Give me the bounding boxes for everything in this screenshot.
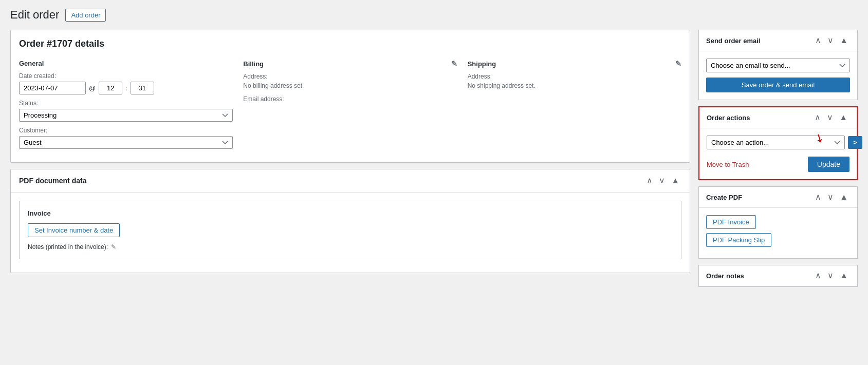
billing-address-label: Address:: [243, 73, 457, 80]
send-email-min-btn[interactable]: ▲: [838, 35, 850, 46]
shipping-address-value: No shipping address set.: [468, 82, 681, 89]
customer-select[interactable]: Guest: [19, 136, 233, 149]
pdf-document-data-title: PDF document data: [19, 177, 86, 185]
order-actions-select[interactable]: Choose an action... Email invoice / orde…: [707, 136, 845, 149]
pdf-packing-slip-button[interactable]: PDF Packing Slip: [706, 233, 771, 247]
send-order-email-body: Choose an email to send... Save order & …: [699, 51, 857, 100]
create-pdf-controls: ∧ ∨ ▲: [813, 192, 850, 202]
notes-row: Notes (printed in the invoice): ✎: [28, 243, 673, 251]
main-content: Order #1707 details General Date created…: [10, 30, 690, 273]
pdf-collapse-down-button[interactable]: ∨: [657, 176, 667, 186]
order-notes-up-btn[interactable]: ∧: [813, 271, 823, 281]
order-actions-title: Order actions: [707, 114, 750, 122]
status-select[interactable]: Processing Pending payment On hold Compl…: [19, 109, 233, 122]
order-notes-min-btn[interactable]: ▲: [838, 271, 850, 281]
general-section: General Date created: @ : Status:: [19, 60, 233, 154]
send-order-email-title: Send order email: [706, 37, 760, 45]
order-details-grid: General Date created: @ : Status:: [19, 60, 681, 154]
pdf-collapse-min-button[interactable]: ▲: [669, 176, 681, 186]
move-to-trash-link[interactable]: Move to Trash: [707, 161, 749, 168]
create-pdf-down-btn[interactable]: ∨: [825, 192, 836, 202]
order-notes-down-btn[interactable]: ∨: [825, 271, 836, 281]
order-action-go-button[interactable]: >: [848, 136, 862, 149]
time-hour-input[interactable]: [99, 82, 122, 94]
invoice-title: Invoice: [28, 209, 673, 217]
status-label: Status:: [19, 100, 233, 107]
billing-section: Billing ✎ Address: No billing address se…: [243, 60, 457, 154]
order-actions-min-btn[interactable]: ▲: [837, 112, 849, 123]
date-label: Date created:: [19, 72, 233, 80]
sidebar: Send order email ∧ ∨ ▲ Choose an email t…: [698, 30, 858, 293]
send-order-email-header: Send order email ∧ ∨ ▲: [699, 30, 857, 51]
create-pdf-body: PDF Invoice PDF Packing Slip: [699, 208, 857, 258]
create-pdf-title: Create PDF: [706, 194, 742, 201]
send-email-down-btn[interactable]: ∨: [825, 35, 836, 46]
send-email-select-wrap: Choose an email to send...: [706, 59, 850, 72]
send-order-email-card: Send order email ∧ ∨ ▲ Choose an email t…: [698, 30, 858, 100]
notes-label: Notes (printed in the invoice):: [28, 243, 108, 251]
status-wrapper: Processing Pending payment On hold Compl…: [19, 109, 233, 122]
send-email-controls: ∧ ∨ ▲: [813, 35, 850, 46]
update-button[interactable]: Update: [808, 157, 849, 172]
shipping-section: Shipping ✎ Address: No shipping address …: [468, 60, 681, 154]
billing-edit-icon[interactable]: ✎: [451, 60, 457, 68]
colon-label: :: [125, 84, 127, 92]
send-email-up-btn[interactable]: ∧: [813, 35, 823, 46]
invoice-inner: Invoice Set Invoice number & date Notes …: [19, 201, 681, 259]
order-notes-title: Order notes: [706, 272, 744, 280]
shipping-section-title: Shipping ✎: [468, 60, 681, 68]
pdf-document-data-body: Invoice Set Invoice number & date Notes …: [11, 193, 690, 273]
date-input[interactable]: [19, 82, 86, 94]
order-actions-body: Choose an action... Email invoice / orde…: [699, 128, 857, 179]
order-details-card: Order #1707 details General Date created…: [10, 30, 690, 163]
billing-email-label: Email address:: [243, 95, 457, 103]
date-row: @ :: [19, 82, 233, 94]
create-pdf-up-btn[interactable]: ∧: [813, 192, 823, 202]
pdf-document-data-header: PDF document data ∧ ∨ ▲: [11, 169, 690, 193]
order-details-body: Order #1707 details General Date created…: [11, 30, 690, 162]
order-notes-card: Order notes ∧ ∨ ▲: [698, 265, 858, 287]
order-actions-card: Order actions ∧ ∨ ▲ Choose an action... …: [698, 106, 858, 180]
page-title: Edit order: [10, 8, 59, 22]
customer-label: Customer:: [19, 127, 233, 134]
pdf-invoice-button[interactable]: PDF Invoice: [706, 215, 756, 229]
pdf-document-data-card: PDF document data ∧ ∨ ▲ Invoice Set Invo…: [10, 169, 690, 273]
order-actions-header: Order actions ∧ ∨ ▲: [699, 107, 857, 128]
general-section-title: General: [19, 60, 233, 67]
notes-edit-icon[interactable]: ✎: [111, 243, 116, 251]
order-notes-header: Order notes ∧ ∨ ▲: [699, 265, 857, 286]
create-pdf-card: Create PDF ∧ ∨ ▲ PDF Invoice PDF Packing…: [698, 186, 858, 259]
save-send-email-button[interactable]: Save order & send email: [706, 78, 850, 92]
order-details-title: Order #1707 details: [19, 39, 681, 49]
order-actions-select-row: Choose an action... Email invoice / orde…: [707, 136, 849, 149]
set-invoice-button[interactable]: Set Invoice number & date: [28, 223, 120, 237]
order-actions-up-btn[interactable]: ∧: [812, 112, 823, 123]
order-actions-down-btn[interactable]: ∨: [825, 112, 835, 123]
shipping-address-label: Address:: [468, 73, 681, 80]
customer-wrapper: Guest: [19, 136, 233, 149]
create-pdf-header: Create PDF ∧ ∨ ▲: [699, 187, 857, 208]
order-actions-footer: Move to Trash Update: [707, 157, 849, 172]
at-label: @: [89, 84, 96, 92]
create-pdf-min-btn[interactable]: ▲: [838, 192, 850, 202]
shipping-edit-icon[interactable]: ✎: [675, 60, 681, 68]
pdf-collapse-up-button[interactable]: ∧: [644, 176, 655, 186]
billing-section-title: Billing ✎: [243, 60, 457, 68]
billing-address-value: No billing address set.: [243, 82, 457, 89]
pdf-document-data-controls: ∧ ∨ ▲: [644, 176, 681, 186]
time-minute-input[interactable]: [131, 82, 154, 94]
order-notes-controls: ∧ ∨ ▲: [813, 271, 850, 281]
send-email-select[interactable]: Choose an email to send...: [706, 59, 850, 72]
order-actions-controls: ∧ ∨ ▲: [812, 112, 849, 123]
add-order-button[interactable]: Add order: [65, 9, 106, 22]
page-header: Edit order Add order: [10, 8, 858, 22]
